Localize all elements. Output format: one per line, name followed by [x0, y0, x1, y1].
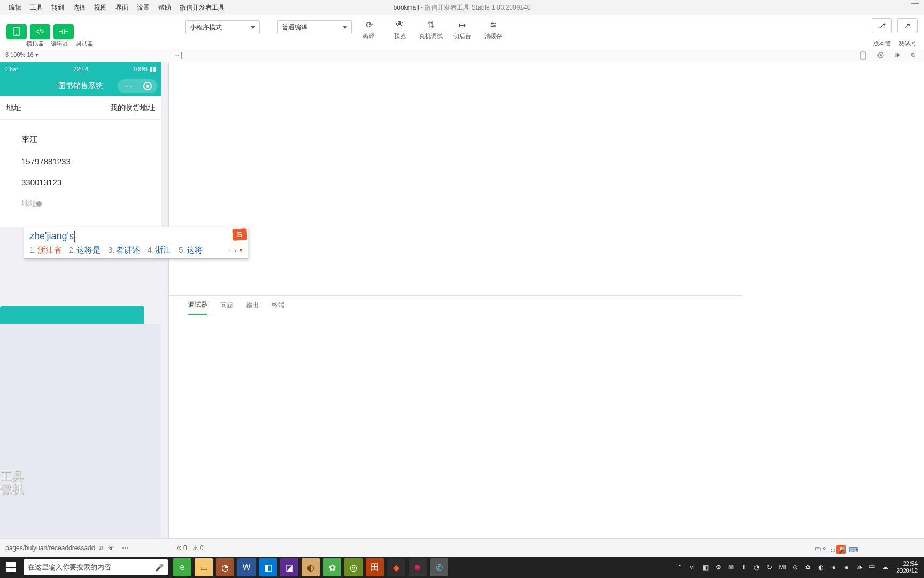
ime-candidate-window[interactable]: zhe'jiang's S 1.浙江省 2.这将是 3.者讲述 4.浙江 5.这…	[24, 227, 248, 259]
taskbar-app-4[interactable]: ◧	[259, 558, 277, 576]
battery-label: 100% ▮▮	[133, 66, 156, 73]
taskbar-app-11[interactable]: ☻	[409, 558, 427, 576]
mute-icon[interactable]: 🕪	[894, 51, 902, 59]
tray-icon-10[interactable]: ✿	[803, 562, 813, 572]
tray-icon-3[interactable]: ⚙	[713, 562, 723, 572]
menu-help[interactable]: 帮助	[154, 3, 175, 12]
collapse-panel-icon[interactable]: →|	[174, 51, 182, 59]
tab-terminal[interactable]: 终端	[272, 296, 284, 314]
popout-icon[interactable]: ⧉	[911, 51, 919, 59]
tray-icon-16[interactable]: ☁	[880, 562, 890, 572]
tab-debugger[interactable]: 调试器	[188, 296, 207, 315]
zip-field[interactable]: 330013123	[21, 178, 150, 187]
test-account-button[interactable]: ↗	[897, 18, 918, 33]
compile-mode-select[interactable]: 普通编译	[277, 20, 352, 34]
exit-icon: ↦	[456, 18, 468, 31]
simulator-subbar: 3 100% 16 ▾ 🕪 ⧉ →|	[0, 48, 924, 62]
taskbar-app-1[interactable]: ▭	[195, 558, 213, 576]
taskbar-app-5[interactable]: ◪	[280, 558, 298, 576]
simulator-bg	[0, 324, 161, 538]
menu-wxdevtools[interactable]: 微信开发者工具	[175, 3, 229, 12]
taskbar-app-12[interactable]: ✆	[430, 558, 448, 576]
copy-path-icon[interactable]: ⧉	[99, 544, 104, 552]
tray-icon-2[interactable]: ◧	[700, 562, 710, 572]
toolbar-actions: ⟳编译 👁预览 ⇅真机调试 ↦切后台 ≋清缓存	[357, 18, 505, 40]
tray-icon-0[interactable]: ⌃	[675, 562, 684, 572]
tab-output[interactable]: 输出	[246, 296, 259, 314]
tray-icon-13[interactable]: ●	[842, 562, 851, 572]
ime-cand-2[interactable]: 2.这将是	[69, 245, 101, 255]
version-control-button[interactable]: ⎇	[872, 18, 892, 33]
menu-interface[interactable]: 界面	[111, 3, 133, 12]
current-page-path[interactable]: pages/huiyuan/receaddressadd	[5, 544, 95, 552]
taskbar-app-7[interactable]: ✿	[323, 558, 341, 576]
capsule-button[interactable]: ⋯	[118, 79, 157, 93]
tray-icon-9[interactable]: ⊘	[790, 562, 800, 572]
ime-prev-icon[interactable]: ‹	[229, 247, 231, 254]
taskbar-app-2[interactable]: ◔	[216, 558, 234, 576]
record-icon[interactable]	[877, 51, 884, 59]
debugger-toggle[interactable]	[53, 24, 74, 39]
close-target-icon[interactable]	[143, 82, 152, 90]
preview-button[interactable]: 👁预览	[388, 18, 412, 40]
tray-icon-14[interactable]: 🕪	[854, 562, 864, 572]
start-button[interactable]	[0, 557, 21, 578]
background-button[interactable]: ↦切后台	[450, 18, 474, 40]
tab-problems[interactable]: 问题	[220, 296, 233, 314]
menu-settings[interactable]: 设置	[133, 3, 154, 12]
taskbar-app-10[interactable]: ◆	[387, 558, 405, 576]
remote-debug-button[interactable]: ⇅真机调试	[419, 18, 443, 40]
watermark: 工具像机	[0, 470, 24, 496]
right-toolbar: ⎇ ↗	[872, 18, 918, 33]
taskbar-app-6[interactable]: ◐	[302, 558, 320, 576]
menu-edit[interactable]: 编辑	[4, 3, 26, 12]
tray-icon-1[interactable]: ᯤ	[688, 562, 697, 572]
phone-field[interactable]: 15797881233	[21, 157, 150, 166]
menu-tools[interactable]: 工具	[26, 3, 47, 12]
more-status-icon[interactable]: ⋯	[122, 544, 128, 552]
tray-icon-5[interactable]: ⬆	[739, 562, 749, 572]
ime-cand-1[interactable]: 1.浙江省	[29, 245, 61, 255]
ime-composition: zhe'jiang's S	[24, 227, 248, 243]
tray-clock[interactable]: 22:542020/12	[893, 560, 921, 574]
ime-lang-badge[interactable]: 中°,☺🎤⌨	[815, 545, 858, 554]
menu-select[interactable]: 选择	[68, 3, 90, 12]
tray-icon-8[interactable]: MI	[777, 562, 787, 572]
tab-my-address[interactable]: 我的收货地址	[110, 103, 155, 113]
ime-cand-5[interactable]: 5.这将	[179, 245, 203, 255]
zoom-info[interactable]: 3 100% 16 ▾	[5, 51, 38, 58]
taskbar-search[interactable]: 在这里输入你要搜索的内容 🎤	[24, 559, 168, 575]
tray-icon-15[interactable]: 中	[867, 562, 877, 572]
taskbar-app-3[interactable]: W	[237, 558, 256, 576]
tray-icon-4[interactable]: ✉	[726, 562, 736, 572]
ime-next-icon[interactable]: ›	[234, 247, 236, 254]
menu-goto[interactable]: 转到	[47, 3, 68, 12]
submit-button[interactable]	[0, 306, 144, 326]
taskbar-app-8[interactable]: ◎	[344, 558, 363, 576]
ime-cand-4[interactable]: 4.浙江	[148, 245, 172, 255]
compile-button[interactable]: ⟳编译	[357, 18, 381, 40]
device-icon[interactable]	[860, 51, 867, 59]
address-field[interactable]: 地址	[21, 199, 150, 209]
menu-dots-icon[interactable]: ⋯	[124, 81, 132, 92]
chevron-down-icon	[251, 26, 255, 29]
clear-cache-button[interactable]: ≋清缓存	[481, 18, 505, 40]
eye-status-icon[interactable]: 👁	[108, 544, 114, 552]
tray-icon-7[interactable]: ↻	[765, 562, 774, 572]
editor-toggle[interactable]: </>	[30, 24, 50, 39]
mic-icon[interactable]: 🎤	[155, 564, 164, 572]
taskbar-app-0[interactable]: e	[173, 558, 191, 576]
simulator-toggle[interactable]	[6, 24, 27, 39]
menu-view[interactable]: 视图	[90, 3, 111, 12]
ime-expand-icon[interactable]: ▾	[240, 247, 242, 253]
taskbar-app-9[interactable]: 田	[366, 558, 384, 576]
app-mode-select[interactable]: 小程序模式	[185, 20, 260, 34]
tray-icon-12[interactable]: ●	[829, 562, 838, 572]
tab-address[interactable]: 地址	[6, 103, 21, 113]
ime-cand-3[interactable]: 3.者讲述	[108, 245, 140, 255]
tray-icon-6[interactable]: ◔	[752, 562, 761, 572]
tray-icon-11[interactable]: ◐	[816, 562, 826, 572]
minimize-icon[interactable]	[911, 3, 919, 4]
problem-counts[interactable]: ⊘0 ⚠0	[176, 544, 203, 552]
name-field[interactable]: 李江	[21, 135, 150, 145]
